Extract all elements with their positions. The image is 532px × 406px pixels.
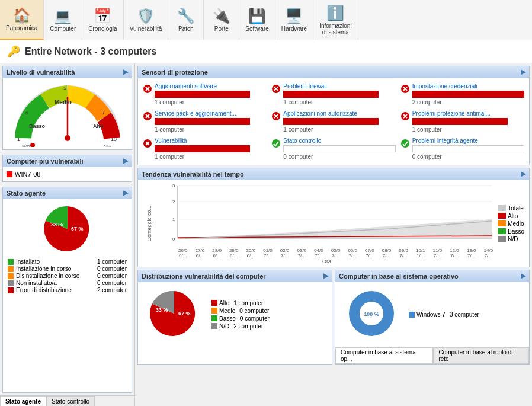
toolbar-item-panoramica[interactable]: 🏠 Panoramica — [0, 0, 44, 40]
legend-count-installato: 1 computer — [97, 258, 127, 265]
trend-y-axis-container: Conteggio co... — [140, 183, 158, 264]
agent-state-header: Stato agente ▶ — [3, 187, 132, 199]
content-tab-os[interactable]: Computer in base al sistema op... — [335, 347, 433, 364]
main-layout: Livello di vulnerabilità ▶ — [0, 63, 532, 406]
bottom-panels: Distribuzione vulnerabilità del computer… — [137, 270, 530, 365]
content-area: Sensori di protezione ▶ Aggiornamenti so… — [135, 63, 532, 406]
sensor-info: Problemi firewall1 computer — [283, 83, 395, 106]
sensors-header: Sensori di protezione ▶ — [138, 66, 529, 78]
sensor-info: Vulnerabilità1 computer — [155, 138, 267, 160]
sensor-bar — [155, 91, 250, 98]
top-vulnerable-info-icon[interactable]: ▶ — [123, 157, 128, 165]
sensor-status-icon — [271, 84, 281, 96]
agent-state-panel: Stato agente ▶ 67 % 33 % — [2, 187, 132, 393]
sensor-bar — [412, 145, 524, 152]
sensor-status-icon — [271, 111, 281, 123]
svg-point-38 — [401, 139, 409, 148]
computer-icon: 💻 — [54, 8, 72, 24]
sensor-name[interactable]: Problemi firewall — [283, 83, 395, 89]
svg-text:Basso: Basso — [29, 123, 46, 129]
legend-dot-disinstallazione — [8, 273, 14, 279]
svg-text:0: 0 — [172, 236, 175, 242]
toolbar-item-info[interactable]: ℹ️ Informazioni di sistema — [313, 0, 358, 40]
os-header: Computer in base al sistema operativo ▶ — [335, 270, 529, 282]
sidebar: Livello di vulnerabilità ▶ — [0, 63, 135, 406]
svg-text:3: 3 — [172, 183, 175, 188]
agent-pie-chart: 67 % 33 % — [38, 204, 97, 254]
sensor-bar — [412, 118, 508, 125]
info-icon: ℹ️ — [326, 5, 344, 21]
sensor-name[interactable]: Aggiornamenti software — [155, 83, 267, 89]
dist-content: 67 % 33 % Alto 1 computer Medio — [138, 282, 332, 347]
page-title: Entire Network - 3 computers — [25, 46, 156, 57]
patch-icon: 🔧 — [177, 8, 195, 24]
toolbar-label-info: Informazioni di sistema — [319, 23, 351, 36]
top-vulnerable-header: Computer più vulnerabili ▶ — [3, 155, 132, 167]
toolbar-label-patch: Patch — [178, 25, 194, 32]
agent-chart: 67 % 33 % — [3, 199, 132, 257]
agent-state-info-icon[interactable]: ▶ — [123, 189, 128, 197]
trend-legend-alto: Alto — [498, 213, 524, 219]
svg-text:10: 10 — [111, 136, 117, 142]
os-info-icon[interactable]: ▶ — [521, 272, 525, 280]
sidebar-tab-stato-controllo[interactable]: Stato controllo — [46, 396, 95, 406]
sensor-name[interactable]: Vulnerabilità — [155, 138, 267, 144]
cronologia-icon: 📅 — [94, 8, 111, 24]
trend-label-totale: Totale — [508, 205, 524, 212]
vuln-level-info-icon[interactable]: ▶ — [123, 68, 128, 76]
toolbar-item-software[interactable]: 💾 Software — [239, 0, 275, 40]
dist-color-medio — [211, 308, 217, 314]
trend-label-medio: Medio — [508, 220, 524, 227]
sensor-info: Problemi integrità agente0 computer — [412, 138, 524, 160]
vuln-item[interactable]: WIN7-08 — [7, 170, 128, 179]
content-tab-role[interactable]: Computer in base al ruolo di rete — [433, 347, 529, 364]
toolbar-item-porte[interactable]: 🔌 Porte — [204, 0, 239, 40]
toolbar-item-patch[interactable]: 🔧 Patch — [168, 0, 204, 40]
sensor-item: Service pack e aggiornament...1 computer — [143, 110, 267, 133]
svg-text:7: 7 — [102, 110, 105, 116]
svg-text:Alto: Alto — [93, 123, 104, 129]
dist-color-nd — [211, 323, 217, 329]
legend-count-disinstallazione: 0 computer — [97, 273, 127, 279]
sensor-name[interactable]: Problemi protezione antimal... — [412, 110, 524, 117]
sensor-name[interactable]: Impostazione credenziali — [412, 83, 524, 89]
toolbar-item-hardware[interactable]: 🖥️ Hardware — [275, 0, 313, 40]
panoramica-icon: 🏠 — [13, 7, 31, 24]
toolbar-item-computer[interactable]: 💻 Computer — [44, 0, 82, 40]
sensor-name[interactable]: Service pack e aggiornament... — [155, 110, 267, 117]
gauge-container: 1 3 5 7 10 Basso Medio Alto N/D Alto — [3, 78, 132, 149]
dist-count-basso: 0 computer — [240, 315, 270, 322]
dist-legend-nd: N/D 2 computer — [211, 323, 270, 330]
toolbar-item-cronologia[interactable]: 📅 Cronologia — [82, 0, 123, 40]
vulnerabilita-icon: 🛡️ — [137, 8, 155, 24]
dist-legend-basso: Basso 0 computer — [211, 315, 270, 322]
dist-legend: Alto 1 computer Medio 0 computer Basso 0… — [211, 300, 270, 330]
sensor-name[interactable]: Problemi integrità agente — [412, 138, 524, 144]
os-panel: Computer in base al sistema operativo ▶ … — [335, 270, 530, 365]
svg-text:67 %: 67 % — [71, 226, 84, 232]
svg-text:67 %: 67 % — [178, 311, 191, 317]
trend-label-alto: Alto — [508, 213, 518, 219]
legend-count-errori: 2 computer — [97, 287, 127, 293]
trend-info-icon[interactable]: ▶ — [521, 170, 525, 178]
toolbar-item-vulnerabilita[interactable]: 🛡️ Vulnerabilità — [124, 0, 169, 40]
sidebar-tab-stato-agente[interactable]: Stato agente — [0, 396, 46, 406]
os-legend: Windows 7 3 computer — [409, 311, 479, 318]
legend-dot-non-installato — [8, 280, 14, 286]
trend-color-basso — [498, 228, 506, 234]
sidebar-tabs: Stato agente Stato controllo — [0, 395, 134, 406]
page-header: 🔑 Entire Network - 3 computers — [0, 40, 532, 63]
legend-count-non-installato: 0 computer — [97, 280, 127, 286]
agent-legend: Installato 1 computer Installazione in c… — [3, 257, 132, 295]
sensor-name[interactable]: Applicazioni non autorizzate — [283, 110, 395, 117]
sensor-name[interactable]: Stato controllo — [283, 138, 395, 144]
sensors-info-icon[interactable]: ▶ — [521, 68, 525, 76]
legend-item-installato: Installato 1 computer — [8, 258, 127, 265]
trend-y-label: Conteggio co... — [146, 206, 152, 242]
sensor-item: Vulnerabilità1 computer — [143, 138, 267, 160]
dist-info-icon[interactable]: ▶ — [323, 272, 328, 280]
sensor-bar — [283, 91, 379, 98]
gauge-svg: 1 3 5 7 10 Basso Medio Alto N/D Alto — [11, 82, 124, 147]
sensor-info: Stato controllo0 computer — [283, 138, 395, 160]
sensor-bar — [412, 91, 524, 98]
